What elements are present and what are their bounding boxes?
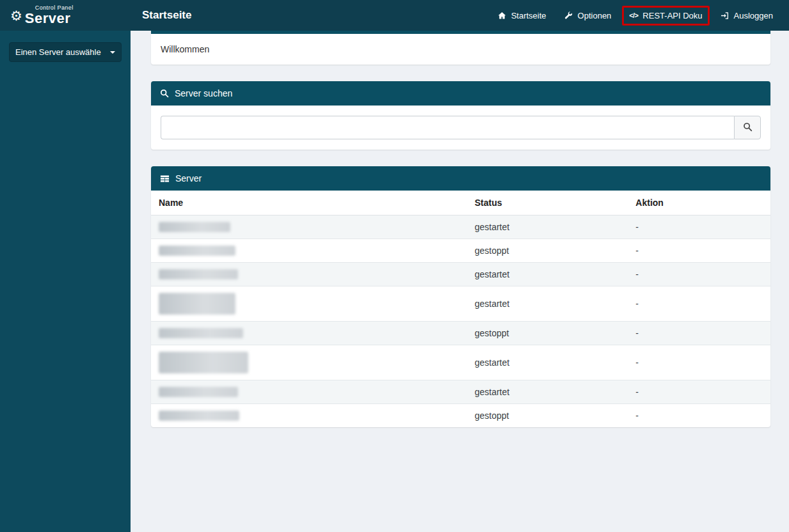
redacted-server-name [159,411,239,421]
nav-item-rest-api-doku[interactable]: </>REST-API Doku [622,6,709,26]
redacted-server-name [159,352,248,373]
server-name-cell [151,322,467,345]
search-input[interactable] [161,116,734,139]
table-row: gestartet- [151,286,770,322]
logout-icon [721,11,729,20]
server-action-cell: - [628,380,770,404]
redacted-server-name [159,222,230,232]
server-name-cell [151,404,467,428]
nav-item-label: Optionen [578,11,612,20]
server-table: NameStatusAktion gestartet-gestoppt-gest… [151,191,770,427]
redacted-server-name [159,269,238,279]
server-table-head-row: NameStatusAktion [151,191,770,215]
nav-item-optionen[interactable]: Optionen [557,6,619,26]
redacted-server-name [159,328,243,338]
server-select-label: Einen Server auswähle [15,47,108,57]
redacted-server-name [159,293,235,315]
server-select-dropdown[interactable]: Einen Server auswähle [9,42,122,62]
search-icon [743,122,753,134]
server-status-cell: gestoppt [467,322,628,345]
server-action-cell: - [628,286,770,322]
server-action-cell: - [628,345,770,380]
top-navbar: ⚙ Control Panel Server Startseite Starts… [0,0,789,31]
table-row: gestartet- [151,345,770,380]
server-action-cell: - [628,215,770,239]
server-name-cell [151,286,467,322]
search-button[interactable] [734,116,761,139]
code-icon: </> [629,11,638,20]
page-title: Startseite [142,9,191,22]
brand-logo[interactable]: ⚙ Control Panel Server [0,5,131,26]
nav-item-ausloggen[interactable]: Ausloggen [713,6,780,26]
table-icon [160,174,170,184]
server-name-cell [151,239,467,263]
search-icon [160,89,169,98]
column-header-aktion: Aktion [628,191,770,215]
search-panel-title: Server suchen [175,88,232,98]
navbar-items: StartseiteOptionen</>REST-API DokuAuslog… [491,6,789,26]
welcome-text: Willkommen [151,34,770,65]
server-action-cell: - [628,404,770,428]
gear-icon: ⚙ [10,9,22,22]
sidebar: Einen Server auswähle [0,31,131,532]
server-name-cell [151,380,467,404]
server-name-cell [151,263,467,286]
server-panel-title: Server [175,173,202,184]
column-header-status: Status [467,191,628,215]
server-status-cell: gestartet [467,286,628,322]
server-name-cell [151,215,467,239]
nav-item-label: Startseite [511,11,546,20]
server-name-cell [151,345,467,380]
brand-title: Server [25,12,74,26]
server-action-cell: - [628,239,770,263]
server-status-cell: gestoppt [467,239,628,263]
home-icon [498,11,507,20]
server-table-body: gestartet-gestoppt-gestartet-gestartet-g… [151,215,770,428]
server-panel-header: Server [151,166,770,191]
table-row: gestartet- [151,380,770,404]
server-status-cell: gestartet [467,345,628,380]
server-action-cell: - [628,322,770,345]
server-status-cell: gestoppt [467,404,628,428]
nav-item-startseite[interactable]: Startseite [491,6,554,26]
wrench-icon [564,11,573,20]
main-content: Willkommen Server suchen [131,0,789,463]
chevron-down-icon [110,51,115,54]
nav-item-label: REST-API Doku [642,11,702,20]
column-header-name: Name [151,191,467,215]
server-status-cell: gestartet [467,215,628,239]
search-panel-header: Server suchen [151,81,770,106]
redacted-server-name [159,246,235,256]
table-row: gestoppt- [151,239,770,263]
table-row: gestoppt- [151,404,770,428]
table-row: gestoppt- [151,322,770,345]
server-status-cell: gestartet [467,263,628,286]
server-action-cell: - [628,263,770,286]
search-panel: Server suchen [151,81,770,150]
redacted-server-name [159,387,238,397]
table-row: gestartet- [151,215,770,239]
server-panel: Server NameStatusAktion gestartet-gestop… [151,166,770,427]
nav-item-label: Ausloggen [734,11,773,20]
server-status-cell: gestartet [467,380,628,404]
table-row: gestartet- [151,263,770,286]
